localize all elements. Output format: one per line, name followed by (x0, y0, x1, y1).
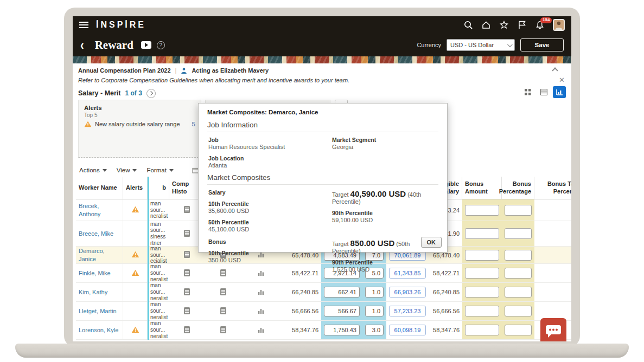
details-document-icon[interactable] (183, 229, 190, 238)
details-document-icon[interactable] (183, 269, 190, 278)
alert-text: New salary outside salary range (95, 121, 180, 127)
help-icon[interactable]: ? (157, 41, 165, 49)
cell-name: Lorenson, Kyle (76, 321, 123, 339)
new-salary-value: 60,098.19 (389, 325, 426, 335)
bpct-input[interactable] (505, 306, 532, 316)
actions-menu[interactable]: Actions (79, 167, 107, 173)
hamburger-menu-icon[interactable] (79, 22, 88, 28)
top-bar: İNSPİRE 154 (73, 16, 571, 34)
close-icon[interactable]: ✕ (559, 76, 565, 84)
cell-name: Lletget, Martin (76, 302, 123, 320)
job-location-field: Job LocationAtlanta (208, 155, 332, 169)
feedback-chat-button[interactable] (540, 318, 566, 341)
worker-name-link[interactable]: Kim, Kathy (79, 288, 107, 296)
format-menu[interactable]: Format (146, 167, 173, 173)
collapse-chevron-icon[interactable] (552, 67, 558, 73)
bpct-input[interactable] (505, 205, 532, 216)
amount-input[interactable]: 662.41 (324, 287, 360, 298)
warning-icon (131, 206, 139, 214)
cell-bamount (462, 247, 502, 263)
bamount-input[interactable] (465, 268, 499, 279)
cell-current: 66,240.85 (280, 283, 321, 301)
column-header-name[interactable]: Worker Name (76, 177, 123, 199)
flag-icon[interactable] (517, 20, 527, 30)
cell-hist (169, 302, 204, 320)
save-button[interactable]: Save (520, 38, 564, 51)
cell-bamount (462, 321, 502, 339)
back-button[interactable]: ‹ (80, 37, 84, 53)
currency-select[interactable]: USD - US Dollar (447, 39, 515, 51)
view-menu[interactable]: View (117, 167, 137, 173)
details-document-icon[interactable] (183, 307, 190, 316)
worker-name-link[interactable]: Brecek, Anthony (79, 202, 120, 218)
search-icon[interactable] (463, 20, 473, 30)
worker-name-link[interactable]: Breece, Mike (79, 230, 113, 237)
frozen-pane-divider[interactable] (148, 177, 149, 340)
bamount-input[interactable] (465, 287, 499, 298)
table-view-icon[interactable] (537, 86, 550, 98)
grid-view-icon[interactable] (521, 86, 534, 98)
column-header-btarget[interactable]: Bonus Target Percentage (534, 177, 571, 199)
bpct-input[interactable] (505, 268, 532, 279)
job-title-text: man sour... neralist (150, 264, 168, 282)
cell-btarget (534, 221, 571, 246)
notifications-bell-icon[interactable]: 154 (535, 20, 545, 30)
video-icon[interactable] (141, 41, 151, 49)
cell-bpct (502, 283, 534, 301)
favorites-star-icon[interactable] (499, 20, 509, 30)
details-document-icon[interactable] (183, 288, 190, 297)
next-plan-button[interactable] (146, 89, 156, 98)
alert-count-link[interactable]: 5 (192, 121, 195, 127)
details-document-icon[interactable] (183, 326, 190, 335)
column-header-alert[interactable]: Alerts (123, 177, 148, 199)
amount-input[interactable]: 1,750.43 (324, 325, 360, 335)
details-document-icon[interactable] (183, 250, 190, 260)
bamount-input[interactable] (465, 306, 499, 316)
acting-as-label: Acting as Elizabeth Mavery (192, 67, 269, 74)
column-header-bpct[interactable]: Bonus Percentage (502, 177, 534, 199)
cell-name: Demarco, Janice (76, 247, 123, 263)
job-title-text: man sour... neralist (150, 321, 168, 339)
ok-button[interactable]: OK (421, 237, 442, 248)
details-document-icon[interactable] (183, 205, 190, 215)
cell-newsal: 66,903.26 (386, 283, 429, 301)
details-document-icon[interactable] (220, 307, 227, 316)
worker-name-link[interactable]: Finkle, Mike (79, 269, 111, 277)
cell-chart (242, 302, 280, 320)
worker-name-link[interactable]: Demarco, Janice (79, 247, 120, 263)
column-header-bamount[interactable]: Bonus Amount (462, 177, 502, 199)
user-avatar[interactable] (553, 19, 565, 31)
pct-input[interactable]: 3.0 (365, 325, 384, 335)
section-header: Salary - Merit 1 of 3 (78, 87, 156, 99)
bpct-input[interactable] (505, 228, 532, 239)
bpct-input[interactable] (505, 325, 532, 335)
analytics-chart-icon[interactable] (258, 288, 265, 296)
chart-view-icon[interactable] (553, 86, 566, 98)
bpct-input[interactable] (505, 250, 532, 261)
column-header-job[interactable]: b (148, 177, 169, 199)
separator: | (175, 67, 177, 74)
worker-name-link[interactable]: Lletget, Martin (79, 307, 117, 315)
details-document-icon[interactable] (220, 288, 227, 297)
chevron-down-icon (169, 169, 174, 172)
analytics-chart-icon[interactable] (258, 326, 265, 334)
alerts-panel-title: Alerts (84, 105, 195, 111)
bamount-input[interactable] (465, 325, 499, 335)
analytics-chart-icon[interactable] (258, 307, 265, 315)
bamount-input[interactable] (465, 250, 499, 261)
market-segment-field: Market SegmentGeorgia (332, 137, 438, 150)
bamount-input[interactable] (465, 205, 499, 216)
laptop-base (15, 344, 629, 358)
home-icon[interactable] (481, 20, 491, 30)
bpct-input[interactable] (505, 287, 532, 298)
cell-bamount (462, 283, 502, 301)
cell-alert (123, 247, 148, 263)
amount-input[interactable]: 566.67 (324, 306, 360, 316)
bamount-input[interactable] (465, 228, 499, 239)
cell-pct: 1.0 (362, 302, 386, 320)
details-document-icon[interactable] (220, 326, 227, 335)
cell-eligible: 56,666.56 (429, 302, 462, 320)
pct-input[interactable]: 1.0 (365, 306, 384, 316)
pct-input[interactable]: 1.0 (365, 287, 384, 298)
worker-name-link[interactable]: Lorenson, Kyle (79, 326, 118, 334)
